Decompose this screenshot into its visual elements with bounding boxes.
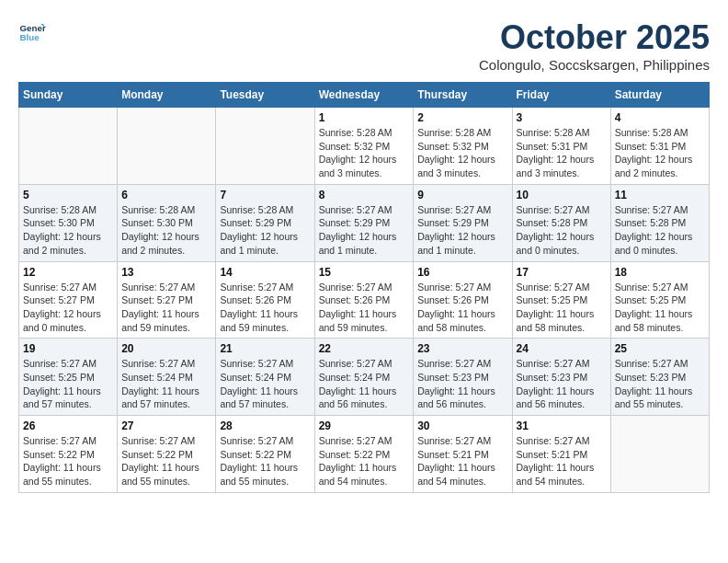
day-number: 5 bbox=[23, 189, 113, 201]
day-number: 3 bbox=[517, 111, 607, 124]
day-info: Sunrise: 5:27 AM Sunset: 5:22 PM Dayligh… bbox=[121, 434, 211, 488]
calendar-table: SundayMondayTuesdayWednesdayThursdayFrid… bbox=[18, 82, 710, 493]
day-info: Sunrise: 5:27 AM Sunset: 5:21 PM Dayligh… bbox=[417, 434, 507, 488]
day-info: Sunrise: 5:27 AM Sunset: 5:29 PM Dayligh… bbox=[417, 203, 507, 258]
day-number: 12 bbox=[23, 266, 113, 279]
day-info: Sunrise: 5:28 AM Sunset: 5:30 PM Dayligh… bbox=[121, 203, 211, 258]
day-info: Sunrise: 5:27 AM Sunset: 5:22 PM Dayligh… bbox=[220, 434, 310, 488]
calendar-day-cell: 12Sunrise: 5:27 AM Sunset: 5:27 PM Dayli… bbox=[19, 261, 118, 339]
day-info: Sunrise: 5:27 AM Sunset: 5:26 PM Dayligh… bbox=[319, 281, 410, 335]
page-header: General Blue October 2025 Colongulo, Soc… bbox=[18, 18, 710, 73]
calendar-day-cell: 4Sunrise: 5:28 AM Sunset: 5:31 PM Daylig… bbox=[610, 108, 709, 185]
day-number: 9 bbox=[417, 189, 507, 201]
weekday-header: Saturday bbox=[610, 83, 709, 108]
day-number: 7 bbox=[220, 189, 310, 201]
calendar-day-cell: 14Sunrise: 5:27 AM Sunset: 5:26 PM Dayli… bbox=[216, 261, 314, 339]
calendar-day-cell: 3Sunrise: 5:28 AM Sunset: 5:31 PM Daylig… bbox=[512, 108, 610, 185]
day-info: Sunrise: 5:27 AM Sunset: 5:22 PM Dayligh… bbox=[319, 434, 410, 488]
day-number: 28 bbox=[220, 419, 310, 432]
day-number: 21 bbox=[220, 342, 310, 355]
day-info: Sunrise: 5:27 AM Sunset: 5:26 PM Dayligh… bbox=[417, 281, 507, 335]
day-info: Sunrise: 5:27 AM Sunset: 5:23 PM Dayligh… bbox=[417, 357, 507, 411]
weekday-header: Friday bbox=[512, 83, 610, 108]
day-number: 26 bbox=[23, 419, 113, 432]
calendar-day-cell: 20Sunrise: 5:27 AM Sunset: 5:24 PM Dayli… bbox=[118, 339, 216, 416]
calendar-week-row: 26Sunrise: 5:27 AM Sunset: 5:22 PM Dayli… bbox=[19, 416, 710, 493]
calendar-day-cell: 25Sunrise: 5:27 AM Sunset: 5:23 PM Dayli… bbox=[610, 339, 709, 416]
month-title: October 2025 bbox=[479, 18, 710, 57]
day-info: Sunrise: 5:28 AM Sunset: 5:32 PM Dayligh… bbox=[417, 126, 507, 180]
day-info: Sunrise: 5:27 AM Sunset: 5:27 PM Dayligh… bbox=[23, 281, 113, 335]
day-info: Sunrise: 5:27 AM Sunset: 5:22 PM Dayligh… bbox=[23, 434, 113, 488]
logo-icon: General Blue bbox=[18, 18, 46, 46]
day-number: 15 bbox=[319, 266, 410, 279]
day-info: Sunrise: 5:27 AM Sunset: 5:25 PM Dayligh… bbox=[517, 281, 607, 335]
weekday-header: Thursday bbox=[414, 83, 512, 108]
calendar-day-cell bbox=[610, 416, 709, 493]
day-number: 6 bbox=[121, 189, 211, 201]
day-info: Sunrise: 5:28 AM Sunset: 5:30 PM Dayligh… bbox=[23, 203, 113, 258]
calendar-day-cell: 26Sunrise: 5:27 AM Sunset: 5:22 PM Dayli… bbox=[19, 416, 118, 493]
day-number: 31 bbox=[517, 419, 607, 432]
calendar-day-cell: 22Sunrise: 5:27 AM Sunset: 5:24 PM Dayli… bbox=[314, 339, 414, 416]
svg-text:Blue: Blue bbox=[20, 32, 40, 42]
weekday-header: Tuesday bbox=[216, 83, 314, 108]
day-info: Sunrise: 5:27 AM Sunset: 5:25 PM Dayligh… bbox=[615, 281, 705, 335]
day-number: 4 bbox=[615, 111, 705, 124]
calendar-week-row: 5Sunrise: 5:28 AM Sunset: 5:30 PM Daylig… bbox=[19, 184, 710, 261]
day-number: 19 bbox=[23, 342, 113, 355]
day-info: Sunrise: 5:28 AM Sunset: 5:32 PM Dayligh… bbox=[319, 126, 410, 180]
calendar-day-cell: 11Sunrise: 5:27 AM Sunset: 5:28 PM Dayli… bbox=[610, 184, 709, 261]
logo: General Blue bbox=[18, 18, 46, 46]
calendar-day-cell: 28Sunrise: 5:27 AM Sunset: 5:22 PM Dayli… bbox=[216, 416, 314, 493]
day-info: Sunrise: 5:27 AM Sunset: 5:27 PM Dayligh… bbox=[121, 281, 211, 335]
calendar-day-cell: 24Sunrise: 5:27 AM Sunset: 5:23 PM Dayli… bbox=[512, 339, 610, 416]
day-number: 8 bbox=[319, 189, 410, 201]
day-info: Sunrise: 5:27 AM Sunset: 5:25 PM Dayligh… bbox=[23, 357, 113, 411]
day-info: Sunrise: 5:27 AM Sunset: 5:23 PM Dayligh… bbox=[517, 357, 607, 411]
day-number: 23 bbox=[417, 342, 507, 355]
weekday-header: Wednesday bbox=[314, 83, 414, 108]
calendar-week-row: 1Sunrise: 5:28 AM Sunset: 5:32 PM Daylig… bbox=[19, 108, 710, 185]
calendar-day-cell: 10Sunrise: 5:27 AM Sunset: 5:28 PM Dayli… bbox=[512, 184, 610, 261]
day-number: 18 bbox=[615, 266, 705, 279]
day-info: Sunrise: 5:27 AM Sunset: 5:24 PM Dayligh… bbox=[319, 357, 410, 411]
calendar-day-cell bbox=[118, 108, 216, 185]
calendar-day-cell: 7Sunrise: 5:28 AM Sunset: 5:29 PM Daylig… bbox=[216, 184, 314, 261]
day-info: Sunrise: 5:28 AM Sunset: 5:31 PM Dayligh… bbox=[615, 126, 705, 180]
calendar-day-cell: 8Sunrise: 5:27 AM Sunset: 5:29 PM Daylig… bbox=[314, 184, 414, 261]
day-number: 10 bbox=[517, 189, 607, 201]
day-info: Sunrise: 5:27 AM Sunset: 5:29 PM Dayligh… bbox=[319, 203, 410, 258]
day-info: Sunrise: 5:27 AM Sunset: 5:23 PM Dayligh… bbox=[615, 357, 705, 411]
calendar-header-row: SundayMondayTuesdayWednesdayThursdayFrid… bbox=[19, 83, 710, 108]
day-number: 30 bbox=[417, 419, 507, 432]
calendar-day-cell: 13Sunrise: 5:27 AM Sunset: 5:27 PM Dayli… bbox=[118, 261, 216, 339]
calendar-day-cell: 30Sunrise: 5:27 AM Sunset: 5:21 PM Dayli… bbox=[414, 416, 512, 493]
day-info: Sunrise: 5:27 AM Sunset: 5:28 PM Dayligh… bbox=[517, 203, 607, 258]
day-number: 2 bbox=[417, 111, 507, 124]
calendar-day-cell: 6Sunrise: 5:28 AM Sunset: 5:30 PM Daylig… bbox=[118, 184, 216, 261]
day-info: Sunrise: 5:27 AM Sunset: 5:26 PM Dayligh… bbox=[220, 281, 310, 335]
day-number: 25 bbox=[615, 342, 705, 355]
day-info: Sunrise: 5:28 AM Sunset: 5:29 PM Dayligh… bbox=[220, 203, 310, 258]
weekday-header: Monday bbox=[118, 83, 216, 108]
calendar-day-cell bbox=[19, 108, 118, 185]
calendar-day-cell: 1Sunrise: 5:28 AM Sunset: 5:32 PM Daylig… bbox=[314, 108, 414, 185]
title-section: October 2025 Colongulo, Soccsksargen, Ph… bbox=[479, 18, 710, 73]
day-number: 1 bbox=[319, 111, 410, 124]
calendar-day-cell: 27Sunrise: 5:27 AM Sunset: 5:22 PM Dayli… bbox=[118, 416, 216, 493]
location-subtitle: Colongulo, Soccsksargen, Philippines bbox=[479, 57, 710, 73]
calendar-day-cell: 17Sunrise: 5:27 AM Sunset: 5:25 PM Dayli… bbox=[512, 261, 610, 339]
calendar-day-cell: 23Sunrise: 5:27 AM Sunset: 5:23 PM Dayli… bbox=[414, 339, 512, 416]
calendar-day-cell: 15Sunrise: 5:27 AM Sunset: 5:26 PM Dayli… bbox=[314, 261, 414, 339]
calendar-day-cell: 31Sunrise: 5:27 AM Sunset: 5:21 PM Dayli… bbox=[512, 416, 610, 493]
day-info: Sunrise: 5:27 AM Sunset: 5:21 PM Dayligh… bbox=[517, 434, 607, 488]
calendar-day-cell: 9Sunrise: 5:27 AM Sunset: 5:29 PM Daylig… bbox=[414, 184, 512, 261]
day-number: 13 bbox=[121, 266, 211, 279]
calendar-day-cell: 29Sunrise: 5:27 AM Sunset: 5:22 PM Dayli… bbox=[314, 416, 414, 493]
calendar-day-cell: 18Sunrise: 5:27 AM Sunset: 5:25 PM Dayli… bbox=[610, 261, 709, 339]
calendar-week-row: 12Sunrise: 5:27 AM Sunset: 5:27 PM Dayli… bbox=[19, 261, 710, 339]
day-number: 14 bbox=[220, 266, 310, 279]
calendar-day-cell bbox=[216, 108, 314, 185]
calendar-day-cell: 2Sunrise: 5:28 AM Sunset: 5:32 PM Daylig… bbox=[414, 108, 512, 185]
